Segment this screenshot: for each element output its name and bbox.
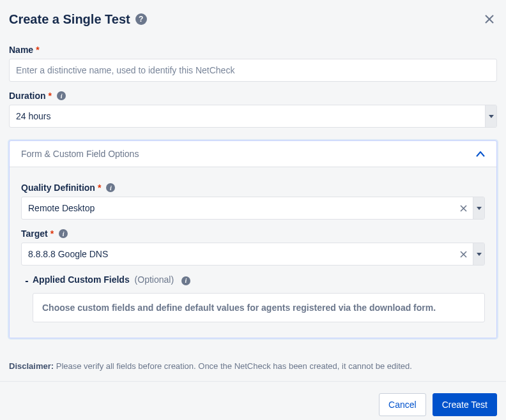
disclaimer-label: Disclaimer: <box>9 361 54 371</box>
duration-label: Duration <box>9 91 46 101</box>
name-label: Name <box>9 45 33 55</box>
info-icon[interactable]: i <box>59 229 68 238</box>
duration-value: 24 hours <box>10 105 485 127</box>
quality-select[interactable]: Remote Desktop <box>21 197 485 220</box>
cancel-button[interactable]: Cancel <box>379 393 426 416</box>
clear-icon <box>460 251 467 258</box>
accordion-header[interactable]: Form & Custom Field Options <box>10 141 496 167</box>
caret-down-icon <box>477 253 482 256</box>
help-icon[interactable]: ? <box>135 13 147 25</box>
dropdown-toggle[interactable] <box>473 197 484 219</box>
disclaimer-text: Please verify all fields before creation… <box>56 361 412 371</box>
caret-down-icon <box>477 207 482 210</box>
target-label: Target <box>21 229 48 239</box>
info-icon[interactable]: i <box>106 183 115 192</box>
duration-select[interactable]: 24 hours <box>9 105 497 128</box>
quality-value: Remote Desktop <box>22 197 454 219</box>
create-test-button[interactable]: Create Test <box>433 393 497 416</box>
collapse-toggle[interactable]: - <box>21 274 33 287</box>
chevron-up-icon <box>476 149 485 158</box>
quality-label: Quality Definition <box>21 183 95 193</box>
name-input[interactable] <box>9 59 497 82</box>
clear-icon <box>460 205 467 212</box>
clear-target-button[interactable] <box>454 243 473 265</box>
required-indicator: * <box>49 91 52 101</box>
page-title: Create a Single Test <box>9 12 130 27</box>
target-value: 8.8.8.8 Google DNS <box>22 243 454 265</box>
target-select[interactable]: 8.8.8.8 Google DNS <box>21 243 485 266</box>
dropdown-toggle[interactable] <box>473 243 484 265</box>
optional-badge: (Optional) <box>135 274 174 285</box>
info-icon[interactable]: i <box>181 276 190 285</box>
accordion-title: Form & Custom Field Options <box>21 149 139 159</box>
close-icon <box>484 14 494 24</box>
close-button[interactable] <box>482 11 497 27</box>
info-icon[interactable]: i <box>57 91 66 100</box>
caret-down-icon <box>489 115 494 118</box>
custom-fields-title: Applied Custom Fields <box>33 274 130 285</box>
dropdown-toggle[interactable] <box>485 105 496 127</box>
clear-quality-button[interactable] <box>454 197 473 219</box>
required-indicator: * <box>50 229 54 239</box>
custom-fields-box[interactable]: Choose custom fields and define default … <box>33 293 485 322</box>
required-indicator: * <box>98 183 101 193</box>
required-indicator: * <box>36 45 39 55</box>
